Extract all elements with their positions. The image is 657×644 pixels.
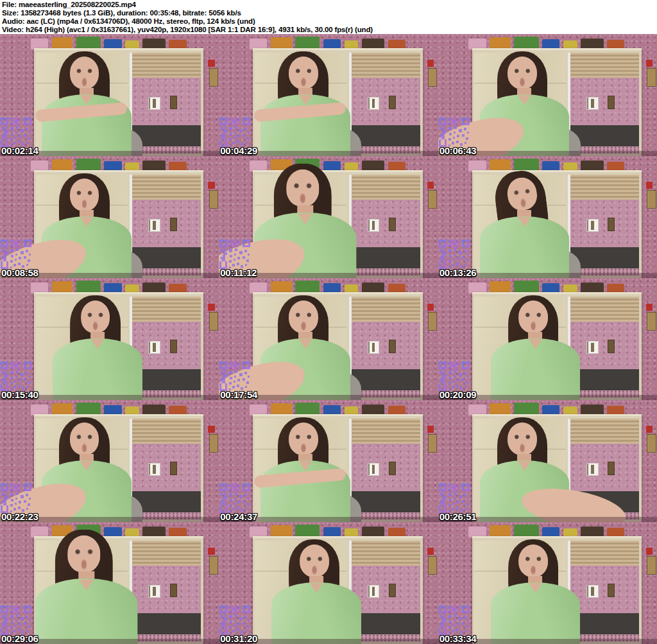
person-figure — [449, 278, 657, 400]
instagram-qr-icon — [439, 483, 470, 513]
person-figure — [219, 400, 438, 522]
timestamp-overlay: 00:13:26 — [439, 267, 477, 278]
person-figure — [0, 156, 219, 278]
face — [70, 422, 99, 455]
video-thumbnail: 00:15:40 — [0, 278, 219, 400]
instagram-qr-icon — [1, 605, 31, 635]
audio-info-line: Audio: aac (LC) (mp4a / 0x6134706D), 480… — [2, 17, 657, 26]
timestamp-overlay: 00:20:09 — [439, 389, 477, 400]
instagram-qr-icon — [439, 605, 470, 635]
person-figure — [438, 156, 657, 278]
face — [300, 544, 329, 577]
video-thumbnail: 00:29:06 — [0, 522, 219, 644]
instagram-qr-icon — [439, 361, 470, 391]
person-figure — [449, 522, 657, 644]
file-name-line: File: maeeasterling_202508220025.mp4 — [2, 1, 657, 9]
face — [67, 535, 101, 573]
face — [81, 300, 110, 333]
timestamp-overlay: 00:22:23 — [1, 511, 38, 522]
video-thumbnail: 00:24:37 — [219, 400, 438, 522]
thumbnail-grid: 00:02:14 — [0, 34, 657, 644]
instagram-qr-icon — [219, 117, 250, 147]
video-thumbnail: 00:13:26 — [438, 156, 657, 278]
person-figure — [0, 400, 219, 522]
person-figure — [219, 34, 438, 156]
video-thumbnail: 00:31:20 — [219, 522, 438, 644]
instagram-qr-icon — [219, 361, 250, 391]
video-thumbnail: 00:11:12 — [219, 156, 438, 278]
file-size-line: Size: 1358273468 bytes (1.3 GiB), durati… — [2, 9, 657, 17]
face — [70, 178, 99, 211]
face — [289, 300, 318, 333]
face — [518, 544, 548, 577]
person-figure — [11, 278, 219, 400]
video-thumbnail: 00:20:09 — [438, 278, 657, 400]
face — [70, 57, 99, 89]
person-figure — [230, 522, 438, 644]
video-thumbnail: 00:06:43 — [438, 34, 657, 156]
timestamp-overlay: 00:33:34 — [439, 633, 477, 644]
video-thumbnail: 00:02:14 — [0, 34, 219, 156]
video-thumbnail: 00:04:29 — [219, 34, 438, 156]
face — [286, 170, 320, 207]
timestamp-overlay: 00:04:29 — [220, 145, 257, 156]
timestamp-overlay: 00:08:58 — [1, 267, 38, 278]
video-info-line: Video: h264 (High) (avc1 / 0x31637661), … — [2, 26, 657, 34]
instagram-qr-icon — [1, 117, 31, 147]
instagram-qr-icon — [1, 361, 31, 391]
video-thumbnail: 00:26:51 — [438, 400, 657, 522]
instagram-qr-icon — [219, 605, 250, 635]
person-figure — [219, 156, 438, 278]
instagram-qr-icon — [1, 483, 31, 513]
person-figure — [0, 34, 219, 156]
timestamp-overlay: 00:24:37 — [220, 511, 257, 522]
instagram-qr-icon — [219, 483, 250, 513]
person-figure — [438, 34, 657, 156]
instagram-qr-icon — [219, 239, 250, 269]
instagram-qr-icon — [439, 239, 470, 269]
face — [508, 422, 537, 455]
timestamp-overlay: 00:17:54 — [220, 389, 257, 400]
instagram-qr-icon — [439, 117, 470, 147]
instagram-qr-icon — [1, 239, 31, 269]
timestamp-overlay: 00:11:12 — [220, 267, 257, 278]
person-figure — [0, 522, 219, 644]
timestamp-overlay: 00:29:06 — [1, 633, 38, 644]
person-figure — [438, 400, 657, 522]
video-thumbnail: 00:22:23 — [0, 400, 219, 522]
timestamp-overlay: 00:06:43 — [439, 145, 477, 156]
file-info-header: File: maeeasterling_202508220025.mp4 Siz… — [0, 0, 657, 34]
timestamp-overlay: 00:26:51 — [439, 511, 477, 522]
timestamp-overlay: 00:02:14 — [1, 145, 38, 156]
video-thumbnail: 00:33:34 — [438, 522, 657, 644]
face — [289, 422, 318, 455]
face — [518, 300, 548, 333]
person-figure — [219, 278, 438, 400]
face — [508, 57, 537, 89]
video-thumbnail: 00:17:54 — [219, 278, 438, 400]
video-thumbnail: 00:08:58 — [0, 156, 219, 278]
face — [289, 57, 318, 89]
timestamp-overlay: 00:15:40 — [1, 389, 38, 400]
timestamp-overlay: 00:31:20 — [220, 633, 257, 644]
